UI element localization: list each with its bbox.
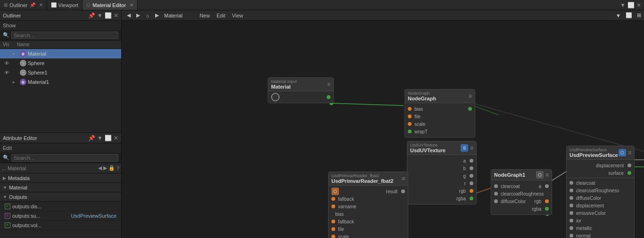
- node-usduvtexture[interactable]: UsdUVTexture UsdUVTexture S ≡ a: [407, 141, 477, 205]
- attr-editor-float-icon[interactable]: ⬜: [105, 135, 112, 141]
- menu-view-btn[interactable]: View: [230, 13, 245, 18]
- attr-edit-bar: Edit: [0, 143, 121, 153]
- mat-toolbar-collapse-icon[interactable]: ▼: [616, 13, 621, 18]
- mat-toolbar-fullscreen-icon[interactable]: ⊞: [637, 12, 641, 18]
- attr-type-e-1: E: [5, 213, 10, 219]
- node-nodegraph[interactable]: NodeGraph NodeGraph ≡ bias file: [405, 89, 475, 138]
- path-dots[interactable]: ...: [2, 165, 6, 171]
- tab-viewport[interactable]: ⬜ Viewport: [47, 0, 83, 10]
- outliner-header: Outliner 📌 ▼ ⬜ ✕: [0, 10, 121, 21]
- attr-editor-menu-icon[interactable]: ▼: [97, 135, 103, 141]
- path-lock-icon[interactable]: 🔒: [108, 165, 115, 171]
- vis-eye-icon-sphere: 👁: [2, 60, 11, 66]
- nav-chevron-btn[interactable]: ▶: [153, 11, 161, 20]
- attr-search-bar: 🔍: [0, 153, 121, 163]
- expand-icon-material[interactable]: ▸: [13, 51, 18, 56]
- nav-home-btn[interactable]: ⌂: [143, 11, 152, 20]
- port-ups-ior-in: [570, 219, 573, 222]
- vis-eye-icon-sphere1: 👁: [2, 70, 11, 75]
- attr-row-0[interactable]: F outputs:dis...: [0, 202, 121, 211]
- close-main-icon[interactable]: ✕: [636, 2, 641, 8]
- node-usdprimreader-header: UsdPrimvarReader_fbat2 UsdPrimvarReader_…: [329, 172, 408, 186]
- attr-section-outputs[interactable]: ▼ Outputs: [0, 192, 121, 202]
- pr-port-scale: scale: [329, 233, 408, 238]
- mat-canvas[interactable]: Material Input Material ≡: [122, 21, 644, 238]
- ng-port-file: file: [405, 113, 475, 120]
- port-uvt-a-out: [470, 159, 473, 163]
- maximize-icon[interactable]: ⬜: [627, 2, 635, 8]
- attr-row-2[interactable]: F outputs:vol...: [0, 221, 121, 230]
- uvt-port-a: a: [407, 157, 476, 164]
- attr-editor-pin-icon[interactable]: 📌: [88, 135, 95, 141]
- path-label: Material: [8, 165, 26, 171]
- tree-item-material1[interactable]: ▸ ◉ Material1: [0, 77, 121, 87]
- port-ng1-a-out: [545, 184, 549, 188]
- attr-value-1: UsdPreviewSurface: [71, 213, 116, 219]
- node-usdpreviewsurface-menu[interactable]: ≡: [628, 149, 631, 156]
- attr-section-metadata[interactable]: ▶ Metadata: [0, 173, 121, 183]
- outliner-menu-icon[interactable]: ▼: [97, 12, 103, 19]
- type-icon-material1: ◉: [20, 79, 26, 85]
- outliner-pin-icon[interactable]: 📌: [88, 12, 95, 19]
- ng-port-scale: scale: [405, 120, 475, 128]
- viewport-tab-icon: ⬜: [51, 2, 57, 8]
- port-ups-disp-in: [570, 204, 573, 207]
- node-usdprimreader[interactable]: UsdPrimvarReader_fbat2 UsdPrimvarReader_…: [328, 172, 408, 238]
- ups-port-emissivecolor: emissiveColor: [567, 209, 634, 217]
- node-nodegraph1-body: clearcoat a clearcoatRoughness diffuseCo…: [491, 181, 552, 214]
- pin-icon: 📌: [30, 2, 35, 8]
- node-usdprimreader-menu[interactable]: ≡: [402, 175, 405, 182]
- node-nodegraph-menu[interactable]: ≡: [469, 93, 472, 99]
- node-material-input[interactable]: Material Input Material ≡: [268, 77, 334, 103]
- attr-editor-header: Attribute Editor 📌 ▼ ⬜ ✕: [0, 133, 121, 143]
- ups-port-normal: normal: [567, 232, 634, 238]
- node-usdprimreader-type: UsdPrimvarReader_fbat2: [331, 173, 393, 178]
- collapse-icon[interactable]: ▼: [620, 2, 626, 8]
- path-nav-back[interactable]: ◀: [98, 165, 102, 171]
- column-headers: Vis Name: [0, 41, 121, 49]
- attr-section-material[interactable]: ▼ Material: [0, 183, 121, 192]
- mat-toolbar-grid-icon[interactable]: ⬜: [626, 12, 632, 18]
- outliner-close-icon[interactable]: ✕: [114, 12, 118, 19]
- tab-controls: ▼ ⬜ ✕: [617, 2, 644, 8]
- node-usdpreviewsurface[interactable]: UsdPreviewSurface UsdPreviewSurface ⬡ ≡ …: [566, 146, 635, 238]
- node-nodegraph1[interactable]: NodeGraph1 ⬡ ≡ clearcoat a: [491, 169, 552, 215]
- tree-item-material[interactable]: ▸ ◉ Material: [0, 49, 121, 58]
- nav-back-btn[interactable]: ◀: [124, 11, 133, 20]
- attr-row-1[interactable]: E outputs:su... UsdPreviewSurface: [0, 211, 121, 221]
- item-label-sphere1: Sphere1: [28, 70, 119, 75]
- node-usdprimreader-body: ⬡ result fallback varname bias: [329, 186, 408, 238]
- tree-item-sphere[interactable]: 👁 ○ Sphere: [0, 58, 121, 68]
- outliner-float-icon[interactable]: ⬜: [105, 12, 112, 19]
- menu-new-btn[interactable]: New: [198, 13, 212, 18]
- tab-outliner[interactable]: ⊞ Outliner 📌 ✕: [0, 0, 47, 10]
- port-uvt-g-out: [470, 174, 473, 178]
- tab-material-editor[interactable]: ⬡ Material Editor ✕: [83, 0, 138, 10]
- attr-path-bar: ... Material ◀ ▶ 🔒 ?: [0, 163, 121, 173]
- tab-material-editor-close[interactable]: ✕: [130, 2, 133, 8]
- outputs-label: Outputs: [9, 194, 27, 200]
- nav-fwd-btn[interactable]: ▶: [134, 11, 142, 20]
- material-tab-icon: ⬡: [86, 2, 91, 8]
- tree-item-sphere1[interactable]: 👁 ○ Sphere1: [0, 68, 121, 77]
- path-nav-fwd[interactable]: ▶: [103, 165, 107, 171]
- tab-outliner-close[interactable]: ✕: [39, 2, 43, 8]
- tab-outliner-label: Outliner: [9, 2, 28, 8]
- menu-edit-btn[interactable]: Edit: [215, 13, 227, 18]
- path-help-icon[interactable]: ?: [116, 165, 119, 171]
- port-ups-clearcoat-in: [570, 181, 573, 185]
- node-material-input-menu[interactable]: ≡: [327, 81, 330, 88]
- outliner-controls: 📌 ▼ ⬜ ✕: [88, 12, 118, 19]
- attr-search-input[interactable]: [11, 154, 118, 162]
- port-ng1-cr-in: [494, 192, 498, 196]
- outliner-search-input[interactable]: [11, 32, 118, 39]
- show-bar: Show: [0, 21, 121, 30]
- attr-name-2: outputs:vol...: [12, 222, 116, 228]
- node-nodegraph1-menu[interactable]: ≡: [545, 172, 549, 178]
- attr-editor-close-icon[interactable]: ✕: [114, 135, 118, 141]
- attr-editor-controls: 📌 ▼ ⬜ ✕: [88, 135, 118, 141]
- expand-icon-material1[interactable]: ▸: [13, 80, 18, 84]
- right-panel: ◀ ▶ ⌂ ▶ Material New Edit View ▼ ⬜ ⊞: [122, 10, 644, 238]
- node-usduvtexture-menu[interactable]: ≡: [470, 145, 473, 151]
- node-usdprimreader-name: UsdPrimvarReader_fbat2: [331, 178, 393, 184]
